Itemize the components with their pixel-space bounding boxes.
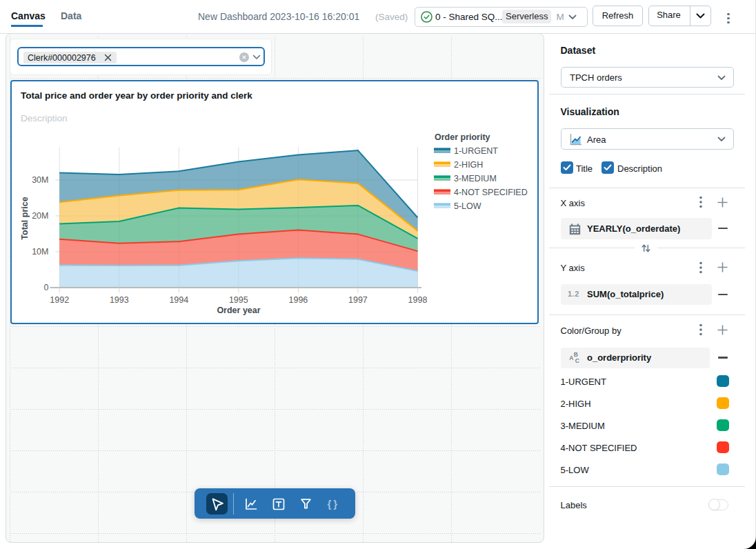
svg-text:1994: 1994 (169, 295, 188, 304)
svg-text:1995: 1995 (229, 295, 248, 304)
svg-text:5-LOW: 5-LOW (454, 201, 481, 210)
svg-text:1996: 1996 (288, 295, 308, 304)
svg-text:0: 0 (44, 283, 49, 292)
svg-text:1992: 1992 (50, 295, 69, 304)
svg-text:Total price: Total price (20, 197, 30, 239)
svg-text:1997: 1997 (348, 295, 368, 304)
svg-text:10M: 10M (32, 247, 48, 257)
svg-text:2-HIGH: 2-HIGH (454, 159, 483, 169)
svg-text:A: A (569, 355, 573, 361)
svg-text:1-URGENT: 1-URGENT (454, 146, 498, 155)
svg-text:Order priority: Order priority (435, 132, 490, 141)
svg-text:1993: 1993 (110, 295, 129, 304)
svg-text:30M: 30M (32, 175, 48, 185)
svg-text:20M: 20M (32, 211, 48, 221)
svg-text:C: C (575, 357, 579, 364)
svg-text:1998: 1998 (408, 295, 428, 304)
svg-text:4-NOT SPECIFIED: 4-NOT SPECIFIED (454, 187, 528, 197)
svg-text:3-MEDIUM: 3-MEDIUM (454, 173, 497, 183)
svg-text:Order year: Order year (217, 305, 260, 315)
